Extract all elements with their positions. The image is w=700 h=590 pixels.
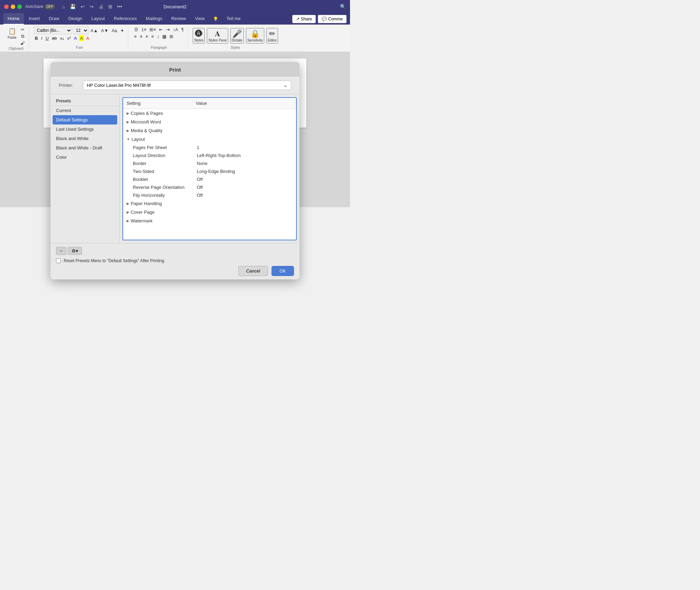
font-family-select[interactable]: Calibri (Bo...	[34, 27, 72, 34]
cut-button[interactable]: ✂	[19, 27, 26, 33]
strikethrough-button[interactable]: ab	[51, 35, 58, 41]
tab-references[interactable]: References	[110, 13, 141, 25]
align-left-button[interactable]: ≡	[133, 34, 138, 39]
tab-draw[interactable]: Draw	[45, 13, 63, 25]
copies-pages-label: Copies & Pages	[131, 111, 196, 116]
bold-button[interactable]: B	[34, 35, 39, 41]
printer-select[interactable]: HP Color LaserJet Pro M478f-9f ⌄	[83, 81, 291, 90]
decrease-indent-button[interactable]: ⇤	[158, 27, 164, 33]
window-title: Document2	[164, 4, 186, 9]
maximize-button[interactable]	[17, 4, 22, 9]
minimize-button[interactable]	[11, 4, 15, 9]
styles-button[interactable]: 🅐 Styles	[193, 28, 205, 44]
undo-icon[interactable]: ↩	[81, 4, 85, 9]
decrease-font-button[interactable]: A▼	[100, 28, 110, 34]
section-watermark[interactable]: ▶ Watermark	[123, 216, 296, 225]
section-copies-pages[interactable]: ▶ Copies & Pages	[123, 109, 296, 118]
superscript-button[interactable]: x²	[66, 35, 72, 41]
section-cover-page[interactable]: ▶ Cover Page	[123, 208, 296, 216]
tab-tell-me[interactable]: Tell me	[222, 13, 245, 25]
reverse-page-value: Off	[197, 185, 293, 190]
share-icon: ↗	[296, 17, 300, 21]
change-case-button[interactable]: Aa	[111, 28, 118, 34]
close-button[interactable]	[4, 4, 9, 9]
layout-direction-label: Layout Direction	[133, 153, 197, 158]
printer-dropdown-icon: ⌄	[284, 83, 287, 88]
save-icon[interactable]: 💾	[70, 4, 76, 9]
titlebar-icons: ⌂ 💾 ↩ ↪ 🖨 ⊞ •••	[62, 4, 122, 9]
section-media-quality[interactable]: ▶ Media & Quality	[123, 126, 296, 135]
customize-icon[interactable]: ⊞	[108, 4, 112, 9]
redo-icon[interactable]: ↪	[90, 4, 94, 9]
paste-icon: 📋	[8, 27, 16, 35]
comment-icon: 💬	[322, 17, 327, 21]
dictate-button[interactable]: 🎤 Dictate	[230, 28, 244, 44]
align-center-button[interactable]: ≡	[139, 34, 144, 39]
increase-font-button[interactable]: A▲	[90, 28, 99, 34]
text-color-button[interactable]: A	[85, 35, 90, 41]
font-size-select[interactable]: 12	[73, 27, 89, 34]
preset-current[interactable]: Current	[50, 106, 119, 115]
lightbulb-icon[interactable]: 💡	[210, 13, 222, 25]
format-painter-button[interactable]: 🖌	[19, 40, 26, 46]
editor-button[interactable]: ✏ Editor	[266, 28, 278, 44]
pages-per-sheet-label: Pages Per Sheet	[133, 145, 197, 150]
increase-indent-button[interactable]: ⇥	[165, 27, 171, 33]
show-formatting-button[interactable]: ¶	[180, 27, 185, 33]
preset-black-white[interactable]: Black and White	[50, 134, 119, 143]
font-color-button[interactable]: A	[73, 35, 78, 41]
tab-view[interactable]: View	[191, 13, 209, 25]
share-button[interactable]: ↗ Share	[292, 15, 316, 23]
reset-checkbox[interactable]	[56, 258, 61, 263]
preset-default-settings[interactable]: Default Settings	[53, 115, 117, 125]
editor-icon: ✏	[269, 29, 275, 38]
underline-button[interactable]: U	[45, 35, 50, 41]
section-microsoft-word[interactable]: ▶ Microsoft Word	[123, 118, 296, 126]
tab-home[interactable]: Home	[3, 13, 24, 25]
section-paper-handling[interactable]: ▶ Paper Handling	[123, 199, 296, 208]
more-icon[interactable]: •••	[117, 4, 122, 9]
bullets-button[interactable]: ☰	[133, 27, 139, 33]
preset-black-white-draft[interactable]: Black and White - Draft	[50, 143, 119, 153]
shading-button[interactable]: ▩	[161, 34, 167, 39]
multilevel-button[interactable]: ⊞≡	[148, 27, 157, 33]
line-spacing-button[interactable]: ↕	[156, 34, 160, 39]
add-preset-button[interactable]: ⚙▾	[68, 247, 82, 255]
home-icon[interactable]: ⌂	[62, 4, 65, 9]
styles-pane-button[interactable]: 𝐀 Styles Pane	[207, 28, 228, 44]
styles-pane-icon: 𝐀	[215, 29, 220, 38]
autosave-toggle[interactable]: AutoSave OFF	[25, 4, 55, 9]
print-icon[interactable]: 🖨	[99, 4, 103, 9]
preset-color[interactable]: Color	[50, 153, 119, 162]
font-label: Font	[76, 46, 83, 49]
sensitivity-button[interactable]: 🔒 Sensitivity	[246, 28, 264, 44]
ribbon-group-paragraph: ☰ 1≡ ⊞≡ ⇤ ⇥ ↕A ¶ ≡ ≡ ≡ ≡ ↕ ▩ ⊞ Paragraph	[130, 26, 188, 50]
clear-formatting-button[interactable]: ✦	[119, 28, 125, 34]
copy-button[interactable]: ⧉	[19, 33, 26, 39]
sort-button[interactable]: ↕A	[172, 27, 179, 33]
ribbon-group-styles: 🅐 Styles 𝐀 Styles Pane 🎤 Dictate 🔒 Sensi…	[190, 26, 281, 50]
cover-page-label: Cover Page	[131, 210, 196, 215]
tab-layout[interactable]: Layout	[87, 13, 109, 25]
comment-button[interactable]: 💬 Comme	[318, 15, 347, 23]
align-right-button[interactable]: ≡	[145, 34, 149, 39]
cancel-button[interactable]: Cancel	[238, 266, 268, 276]
titlebar: AutoSave OFF ⌂ 💾 ↩ ↪ 🖨 ⊞ ••• Document2 🔍	[0, 0, 350, 13]
tab-mailings[interactable]: Mailings	[142, 13, 167, 25]
highlight-button[interactable]: A	[79, 35, 84, 41]
remove-preset-button[interactable]: −	[56, 247, 66, 255]
presets-header: Presets	[50, 97, 119, 106]
tab-insert[interactable]: Insert	[25, 13, 44, 25]
tab-review[interactable]: Review	[167, 13, 190, 25]
section-layout[interactable]: ▼ Layout	[123, 135, 296, 144]
preset-last-used[interactable]: Last Used Settings	[50, 125, 119, 134]
borders-button[interactable]: ⊞	[168, 34, 174, 39]
numbering-button[interactable]: 1≡	[140, 27, 148, 33]
italic-button[interactable]: I	[40, 35, 44, 41]
justify-button[interactable]: ≡	[150, 34, 155, 39]
subscript-button[interactable]: x₂	[59, 35, 65, 41]
tab-design[interactable]: Design	[64, 13, 86, 25]
paste-button[interactable]: 📋 Paste	[6, 27, 18, 40]
ok-button[interactable]: OK	[271, 266, 294, 276]
search-icon[interactable]: 🔍	[340, 4, 346, 9]
